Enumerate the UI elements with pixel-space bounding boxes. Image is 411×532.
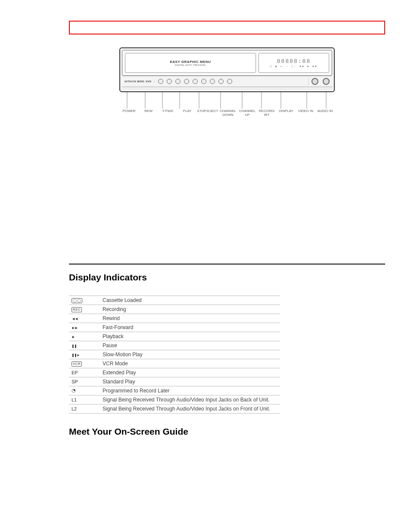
rew-button[interactable] xyxy=(167,79,172,84)
indicator-symbol xyxy=(69,341,100,350)
vcr-body: EASY GRAPHIC MENU DIGITAL AUTO TRACKING … xyxy=(119,47,335,92)
indicator-description: Recording xyxy=(100,305,280,314)
indicator-description: Slow-Motion Play xyxy=(100,350,280,359)
table-row: RECRecording xyxy=(69,305,280,314)
indicator-description: Signal Being Received Through Audio/Vide… xyxy=(100,404,280,413)
indicator-description: Playback xyxy=(100,332,280,341)
table-row: L2Signal Being Received Through Audio/Vi… xyxy=(69,404,280,413)
indicator-symbol: SP xyxy=(69,377,100,386)
title-bar xyxy=(69,21,385,34)
table-row: VCRVCR Mode xyxy=(69,359,280,368)
table-row: Rewind xyxy=(69,314,280,323)
heading-display-indicators: Display Indicators xyxy=(69,272,385,283)
indicator-description: VCR Mode xyxy=(100,359,280,368)
section-divider xyxy=(69,264,385,264)
indicator-description: Pause xyxy=(100,341,280,350)
indicator-description: Programmed to Record Later xyxy=(100,386,280,395)
display-button[interactable] xyxy=(227,79,232,84)
indicator-symbol xyxy=(69,350,100,359)
label-audio-in: AUDIO IN xyxy=(315,109,335,117)
record-irt-button[interactable] xyxy=(218,79,224,84)
table-row: Fast-Forward xyxy=(69,323,280,332)
table-row: Slow-Motion Play xyxy=(69,350,280,359)
indicator-symbol: VCR xyxy=(69,359,100,368)
clock-readout: 88888:88 xyxy=(277,58,311,65)
indicator-description: Signal Being Received Through Audio/Vide… xyxy=(100,395,280,404)
control-strip: HITACHI M281 VHS xyxy=(122,76,332,86)
table-row: L1Signal Being Received Through Audio/Vi… xyxy=(69,395,280,404)
play-button[interactable] xyxy=(184,79,189,84)
table-row: ◯◯Cassette Loaded xyxy=(69,296,280,305)
channel-up-button[interactable] xyxy=(210,79,215,84)
label-stop-eject: STOP/EJECT xyxy=(197,109,218,117)
indicator-symbol xyxy=(69,314,100,323)
label-channel-down: CHANNEL DOWN xyxy=(218,109,238,117)
brand-label: HITACHI M281 VHS xyxy=(125,80,155,83)
label-video-in: VIDEO IN xyxy=(296,109,315,117)
indicator-symbol: L2 xyxy=(69,404,100,413)
table-row: Pause xyxy=(69,341,280,350)
label-play: PLAY xyxy=(177,109,197,117)
table-row: SPStandard Play xyxy=(69,377,280,386)
indicator-description: Cassette Loaded xyxy=(100,296,280,305)
menu-title: EASY GRAPHIC MENU xyxy=(170,60,211,64)
label-record-irt: RECORD/ IRT xyxy=(257,109,277,117)
stop-eject-button[interactable] xyxy=(193,79,198,84)
power-button[interactable] xyxy=(158,79,163,84)
label-ffwd: F.FWD xyxy=(158,109,177,117)
indicator-symbol: L1 xyxy=(69,395,100,404)
indicator-description: Standard Play xyxy=(100,377,280,386)
audio-in-jack[interactable] xyxy=(323,78,330,85)
vcr-diagram: EASY GRAPHIC MENU DIGITAL AUTO TRACKING … xyxy=(119,47,335,117)
indicator-description: Rewind xyxy=(100,314,280,323)
indicator-symbol xyxy=(69,323,100,332)
indicator-description: Fast-Forward xyxy=(100,323,280,332)
front-buttons xyxy=(158,79,232,84)
indicator-symbol xyxy=(69,332,100,341)
indicator-description: Extended Play xyxy=(100,368,280,377)
label-power: POWER xyxy=(119,109,139,117)
indicator-table: ◯◯Cassette LoadedRECRecordingRewindFast-… xyxy=(69,296,280,414)
front-jacks xyxy=(308,78,330,85)
indicator-symbol xyxy=(69,386,100,395)
table-row: Playback xyxy=(69,332,280,341)
table-row: Programmed to Record Later xyxy=(69,386,280,395)
ffwd-button[interactable] xyxy=(175,79,181,84)
display-icons: ▢ ◉ ▭ – |: ◄◄ ► ►► xyxy=(270,65,318,68)
diagram-labels: POWER REW F.FWD PLAY STOP/EJECT CHANNEL … xyxy=(119,109,335,117)
display-panel: 88888:88 ▢ ◉ ▭ – |: ◄◄ ► ►► xyxy=(258,53,329,73)
menu-subtitle: DIGITAL AUTO TRACKING xyxy=(175,64,206,66)
table-row: EPExtended Play xyxy=(69,368,280,377)
heading-onscreen-guide: Meet Your On-Screen Guide xyxy=(69,426,385,437)
video-in-jack[interactable] xyxy=(311,78,318,85)
indicator-symbol: EP xyxy=(69,368,100,377)
indicator-symbol: ◯◯ xyxy=(69,296,100,305)
indicator-symbol: REC xyxy=(69,305,100,314)
leader-lines xyxy=(119,92,335,109)
label-display: DISPLAY xyxy=(277,109,296,117)
label-rew: REW xyxy=(139,109,158,117)
cassette-slot: EASY GRAPHIC MENU DIGITAL AUTO TRACKING xyxy=(125,53,256,73)
label-channel-up: CHANNEL UP xyxy=(238,109,257,117)
channel-down-button[interactable] xyxy=(201,79,206,84)
